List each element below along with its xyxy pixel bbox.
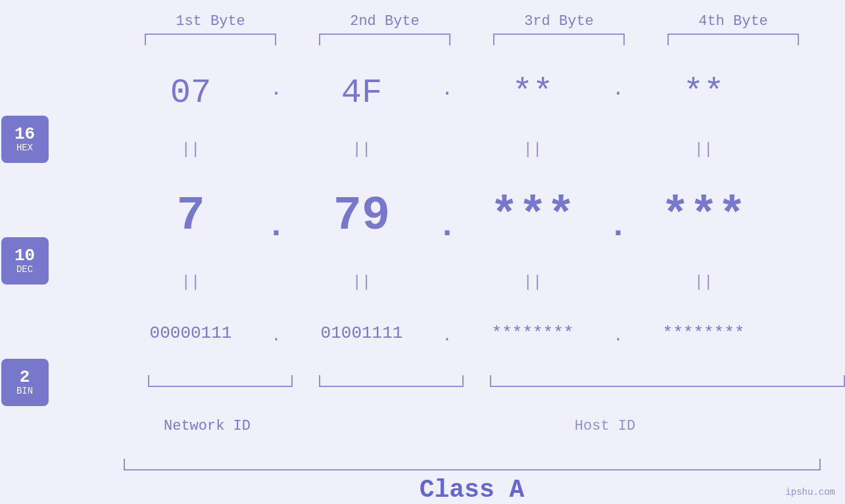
bin-dot-2: . <box>434 321 460 345</box>
dec-byte-1: 7 <box>118 189 263 243</box>
eq-row-1: || || || || <box>49 142 845 158</box>
eq-1-3: || <box>460 142 605 158</box>
rows-area: 07 . 4F . ** . ** || || || || 7 . <box>49 52 845 456</box>
hex-row: 07 . 4F . ** . ** <box>49 74 845 112</box>
bin-byte-4: ******** <box>631 323 776 343</box>
top-bracket-2 <box>319 34 450 45</box>
top-bracket-row <box>124 34 821 45</box>
eq-1-2: || <box>289 142 434 158</box>
bottom-bracket-row <box>124 459 821 470</box>
eq-2-4: || <box>631 275 776 290</box>
top-bracket-4 <box>667 34 799 45</box>
bin-bracket-3-4 <box>490 375 845 387</box>
dec-row: 7 . 79 . *** . *** <box>49 188 845 245</box>
hex-byte-1: 07 <box>118 74 263 112</box>
dec-badge-label: DEC <box>16 265 33 275</box>
bin-badge: 2 BIN <box>1 359 49 406</box>
bin-bracket-row <box>148 375 845 387</box>
col-header-4: 4th Byte <box>661 13 806 30</box>
bin-bracket-spacer-1 <box>293 375 319 387</box>
host-id-label: Host ID <box>365 418 845 434</box>
content-area: 16 HEX 10 DEC 2 BIN 07 . 4F . ** . ** <box>0 52 845 456</box>
dec-byte-3: *** <box>460 189 605 243</box>
network-id-label: Network ID <box>49 418 365 434</box>
badges-column: 16 HEX 10 DEC 2 BIN <box>0 65 49 456</box>
hex-badge-label: HEX <box>16 143 33 153</box>
watermark: ipshu.com <box>785 487 835 497</box>
dec-byte-2: 79 <box>289 189 434 243</box>
top-bracket-1 <box>145 34 276 45</box>
hex-badge: 16 HEX <box>1 116 49 163</box>
eq-row-2: || || || || <box>49 275 845 290</box>
bin-byte-3: ******** <box>460 323 605 343</box>
top-bracket-3 <box>493 34 625 45</box>
bin-byte-2: 01001111 <box>289 323 434 343</box>
hex-byte-3: ** <box>460 74 605 112</box>
dec-dot-2: . <box>434 188 460 245</box>
col-header-2: 2nd Byte <box>312 13 457 30</box>
col-header-1: 1st Byte <box>138 13 283 30</box>
main-container: 1st Byte 2nd Byte 3rd Byte 4th Byte 16 H… <box>0 0 845 504</box>
col-header-3: 3rd Byte <box>487 13 631 30</box>
hex-badge-num: 16 <box>14 125 35 144</box>
hex-dot-1: . <box>263 78 289 107</box>
bin-bracket-spacer-2 <box>464 375 490 387</box>
eq-1-1: || <box>118 142 263 158</box>
eq-2-3: || <box>460 275 605 290</box>
dec-byte-4: *** <box>631 189 776 243</box>
dec-badge-num: 10 <box>14 246 35 265</box>
bin-dot-3: . <box>605 321 631 345</box>
eq-2-2: || <box>289 275 434 290</box>
hex-dot-3: . <box>605 78 631 107</box>
dec-dot-3: . <box>605 188 631 245</box>
class-label: Class A <box>124 476 821 504</box>
eq-2-1: || <box>118 275 263 290</box>
bin-dot-1: . <box>263 321 289 345</box>
hex-dot-2: . <box>434 78 460 107</box>
hex-byte-2: 4F <box>289 74 434 112</box>
bin-row: 00000111 . 01001111 . ******** . *******… <box>49 321 845 345</box>
eq-1-4: || <box>631 142 776 158</box>
bin-badge-num: 2 <box>20 368 30 387</box>
bin-bracket-1 <box>148 375 293 387</box>
dec-dot-1: . <box>263 188 289 245</box>
bin-byte-1: 00000111 <box>118 323 263 343</box>
bin-badge-label: BIN <box>16 386 33 396</box>
hex-byte-4: ** <box>631 74 776 112</box>
network-host-label-row: Network ID Host ID <box>49 418 845 434</box>
bin-bracket-2 <box>319 375 464 387</box>
bottom-bracket-full <box>124 459 821 470</box>
column-headers: 1st Byte 2nd Byte 3rd Byte 4th Byte <box>124 13 821 30</box>
dec-badge: 10 DEC <box>1 237 49 285</box>
